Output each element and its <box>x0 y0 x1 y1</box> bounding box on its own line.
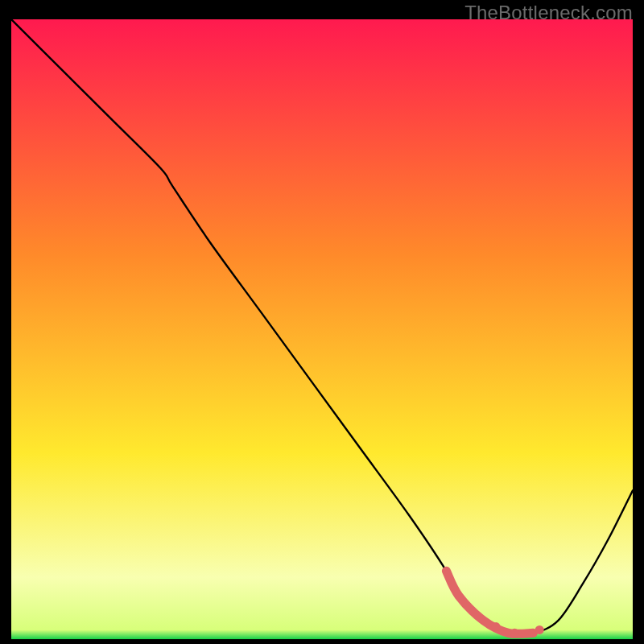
highlight-dot <box>535 625 544 634</box>
bottleneck-chart <box>11 19 633 639</box>
watermark-text: TheBottleneck.com <box>464 2 633 24</box>
highlight-dot <box>510 629 519 638</box>
highlight-dot <box>492 622 501 631</box>
chart-frame <box>11 19 633 639</box>
